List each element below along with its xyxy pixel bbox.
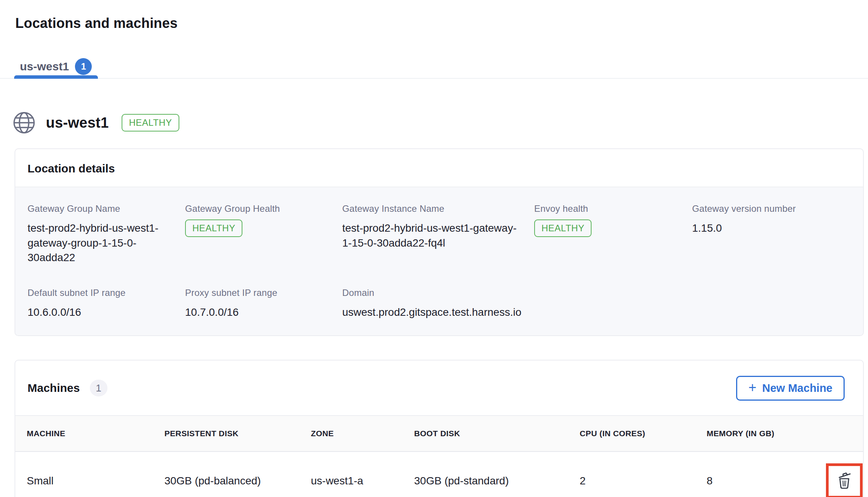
column-header-cpu: CPU (IN CORES)	[580, 416, 707, 452]
field-domain: Domain uswest.prod2.gitspace.test.harnes…	[342, 287, 534, 320]
table-row: Small 30GB (pd-balanced) us-west1-a 30GB…	[15, 452, 863, 497]
field-label: Default subnet IP range	[28, 287, 169, 298]
cell-persistent-disk: 30GB (pd-balanced)	[164, 452, 311, 497]
column-header-memory: MEMORY (IN GB)	[707, 416, 826, 452]
column-header-machine: MACHINE	[15, 416, 164, 452]
field-label: Proxy subnet IP range	[185, 287, 326, 298]
tab-us-west1[interactable]: us-west1 1	[20, 55, 92, 78]
field-value: uswest.prod2.gitspace.test.harness.io	[342, 305, 518, 320]
location-status-badge: HEALTHY	[122, 114, 179, 132]
column-header-actions	[826, 416, 863, 452]
delete-machine-highlight-box	[826, 463, 863, 497]
locations-and-machines-page: Locations and machines us-west1 1 us-wes…	[0, 15, 868, 497]
column-header-persistent-disk: PERSISTENT DISK	[164, 416, 311, 452]
field-value: 1.15.0	[692, 221, 835, 236]
field-value: 10.6.0.0/16	[28, 305, 169, 320]
field-gateway-instance-name: Gateway Instance Name test-prod2-hybrid-…	[342, 203, 534, 265]
machines-table: MACHINE PERSISTENT DISK ZONE BOOT DISK C…	[15, 415, 863, 497]
cell-cpu: 2	[580, 452, 707, 497]
location-details-title: Location details	[15, 149, 863, 187]
machines-table-header-row: MACHINE PERSISTENT DISK ZONE BOOT DISK C…	[15, 416, 863, 452]
field-label: Gateway version number	[692, 203, 835, 214]
field-value: 10.7.0.0/16	[185, 305, 326, 320]
globe-icon	[12, 111, 36, 135]
location-tabs: us-west1 1	[0, 55, 868, 79]
machines-header: Machines 1 + New Machine	[15, 361, 863, 415]
location-details-body: Gateway Group Name test-prod2-hybrid-us-…	[15, 187, 863, 335]
location-name: us-west1	[46, 115, 109, 131]
cell-memory: 8	[707, 452, 826, 497]
new-machine-button[interactable]: + New Machine	[736, 376, 845, 401]
cell-actions	[826, 452, 863, 497]
field-label: Domain	[342, 287, 518, 298]
field-label: Gateway Group Health	[185, 203, 326, 214]
location-details-card: Location details Gateway Group Name test…	[15, 148, 864, 336]
field-value: test-prod2-hybrid-us-west1-gateway-group…	[28, 221, 169, 265]
machines-card: Machines 1 + New Machine MACHINE PERSIST…	[15, 360, 864, 497]
page-title: Locations and machines	[15, 15, 868, 31]
plus-icon: +	[748, 381, 756, 395]
active-tab-indicator	[14, 75, 98, 79]
cell-zone: us-west1-a	[311, 452, 414, 497]
field-proxy-subnet: Proxy subnet IP range 10.7.0.0/16	[185, 287, 342, 320]
column-header-boot-disk: BOOT DISK	[414, 416, 580, 452]
field-label: Gateway Group Name	[28, 203, 169, 214]
field-default-subnet: Default subnet IP range 10.6.0.0/16	[28, 287, 185, 320]
field-envoy-health: Envoy health HEALTHY	[534, 203, 692, 265]
machines-count-badge: 1	[90, 380, 107, 396]
cell-machine: Small	[15, 452, 164, 497]
field-gateway-group-health: Gateway Group Health HEALTHY	[185, 203, 342, 265]
machines-title: Machines	[28, 382, 80, 395]
new-machine-button-label: New Machine	[762, 382, 832, 395]
field-gateway-group-name: Gateway Group Name test-prod2-hybrid-us-…	[28, 203, 185, 265]
tab-count-badge: 1	[75, 58, 92, 75]
delete-machine-button[interactable]	[834, 469, 855, 493]
field-value: test-prod2-hybrid-us-west1-gateway-1-15-…	[342, 221, 518, 250]
trash-icon	[835, 470, 853, 491]
field-label: Gateway Instance Name	[342, 203, 518, 214]
cell-boot-disk: 30GB (pd-standard)	[414, 452, 580, 497]
field-gateway-version: Gateway version number 1.15.0	[692, 203, 851, 265]
tab-label: us-west1	[20, 60, 69, 73]
envoy-health-badge: HEALTHY	[534, 219, 592, 237]
field-label: Envoy health	[534, 203, 676, 214]
location-header: us-west1 HEALTHY	[12, 111, 868, 135]
column-header-zone: ZONE	[311, 416, 414, 452]
gateway-group-health-badge: HEALTHY	[185, 219, 242, 237]
